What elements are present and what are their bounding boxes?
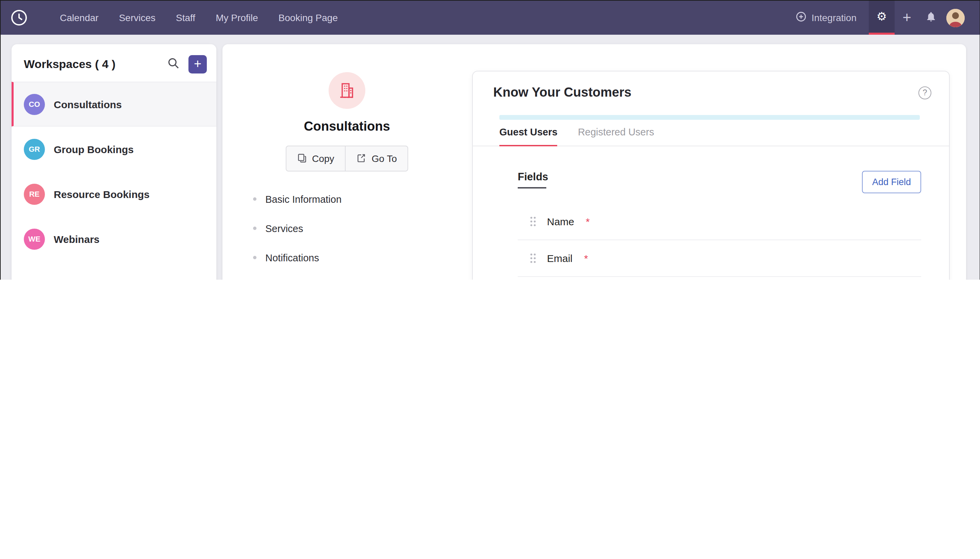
add-field-button[interactable]: Add Field <box>862 171 921 193</box>
help-question-icon[interactable]: ? <box>919 86 931 99</box>
field-row-contact-number: Contact Number * <box>518 277 921 280</box>
menu-item-label: Basic Information <box>265 194 342 205</box>
workspace-name: Consultations <box>223 119 471 134</box>
workspace-item-label: Group Bookings <box>54 143 134 155</box>
workspace-item-resource-bookings[interactable]: RE Resource Bookings <box>12 172 216 217</box>
workspace-settings-menu: Basic Information Services Notifications… <box>242 184 450 280</box>
search-icon <box>167 57 180 72</box>
workspace-item-webinars[interactable]: WE Webinars <box>12 217 216 261</box>
menu-item-label: Services <box>265 223 303 234</box>
building-icon <box>329 72 365 109</box>
workspace-detail-card: Consultations Copy <box>223 44 966 280</box>
required-asterisk: * <box>584 253 588 264</box>
bullet-dot <box>253 227 256 230</box>
notifications-button[interactable] <box>919 10 942 25</box>
menu-item-services[interactable]: Services <box>242 214 450 243</box>
fields-heading: Fields <box>518 171 548 191</box>
workspace-item-label: Resource Bookings <box>54 188 150 200</box>
workspace-actions: Copy Go To <box>285 146 408 172</box>
field-label: Name <box>547 216 574 227</box>
integration-label: Integration <box>811 12 856 23</box>
scrolled-highlight-strip <box>499 115 920 120</box>
bullet-dot <box>253 197 256 201</box>
integration-button[interactable]: Integration <box>795 11 856 25</box>
fields-header-row: Fields Add Field <box>518 171 921 193</box>
field-row-email: Email * <box>518 240 921 277</box>
kyc-tabs: Guest Users Registered Users <box>473 127 949 146</box>
workspace-item-group-bookings[interactable]: GR Group Bookings <box>12 127 216 172</box>
workspaces-title: Workspaces ( 4 ) <box>24 58 159 71</box>
drag-handle-icon[interactable] <box>530 217 536 227</box>
workspace-avatar: WE <box>24 228 45 250</box>
tab-registered-users[interactable]: Registered Users <box>578 127 654 146</box>
add-workspace-button[interactable]: + <box>188 55 207 73</box>
field-row-name: Name * <box>518 203 921 240</box>
nav-staff[interactable]: Staff <box>166 1 205 35</box>
workspace-avatar: CO <box>24 94 45 115</box>
app-logo-icon[interactable] <box>9 7 29 28</box>
goto-button[interactable]: Go To <box>345 146 408 172</box>
copy-button[interactable]: Copy <box>285 146 345 172</box>
copy-label: Copy <box>312 153 334 164</box>
menu-item-custom-functions[interactable]: Custom Functions <box>242 272 450 280</box>
main-nav: Calendar Services Staff My Profile Booki… <box>50 1 348 35</box>
external-link-icon <box>357 153 366 164</box>
bullet-dot <box>253 256 256 259</box>
kyc-title: Know Your Customers <box>493 85 919 100</box>
nav-my-profile[interactable]: My Profile <box>205 1 268 35</box>
menu-item-notifications[interactable]: Notifications <box>242 243 450 272</box>
quick-add-button[interactable]: + <box>895 9 919 26</box>
nav-services[interactable]: Services <box>109 1 166 35</box>
plus-icon: + <box>194 56 202 71</box>
drag-handle-icon[interactable] <box>530 253 536 263</box>
field-label: Email <box>547 253 572 264</box>
top-navbar: Calendar Services Staff My Profile Booki… <box>1 1 980 35</box>
bell-icon <box>925 10 937 25</box>
workspace-list: CO Consultations GR Group Bookings RE Re… <box>12 82 216 261</box>
workspace-item-label: Webinars <box>54 233 100 245</box>
kyc-header: Know Your Customers ? <box>473 71 949 114</box>
sidebar-header: Workspaces ( 4 ) + <box>12 44 216 82</box>
nav-right-cluster: Integration ⚙ + <box>795 1 980 35</box>
workspace-item-label: Consultations <box>54 98 122 110</box>
copy-icon <box>297 153 306 164</box>
workspace-avatar: GR <box>24 139 45 160</box>
know-your-customers-panel: Know Your Customers ? Guest Users Regist… <box>472 71 950 280</box>
gear-icon: ⚙ <box>877 10 887 24</box>
nav-calendar[interactable]: Calendar <box>50 1 109 35</box>
workspace-item-consultations[interactable]: CO Consultations <box>12 82 216 127</box>
settings-button[interactable]: ⚙ <box>869 1 895 35</box>
app-window: Calendar Services Staff My Profile Booki… <box>0 0 980 280</box>
workspace-avatar: RE <box>24 184 45 205</box>
user-avatar[interactable] <box>946 8 965 27</box>
goto-label: Go To <box>372 153 397 164</box>
workspace-hero: Consultations Copy <box>223 44 471 172</box>
plus-icon: + <box>902 9 911 26</box>
tab-guest-users[interactable]: Guest Users <box>499 127 557 146</box>
workspace-search-button[interactable] <box>167 57 180 72</box>
menu-item-basic-information[interactable]: Basic Information <box>242 184 450 214</box>
fields-list: Name * Email * Contact Number * <box>518 203 921 280</box>
nav-booking-page[interactable]: Booking Page <box>268 1 348 35</box>
menu-item-label: Notifications <box>265 252 319 263</box>
integration-icon <box>795 11 807 25</box>
workspaces-sidebar: Workspaces ( 4 ) + CO Consultations GR G… <box>12 44 216 280</box>
required-asterisk: * <box>586 216 590 227</box>
